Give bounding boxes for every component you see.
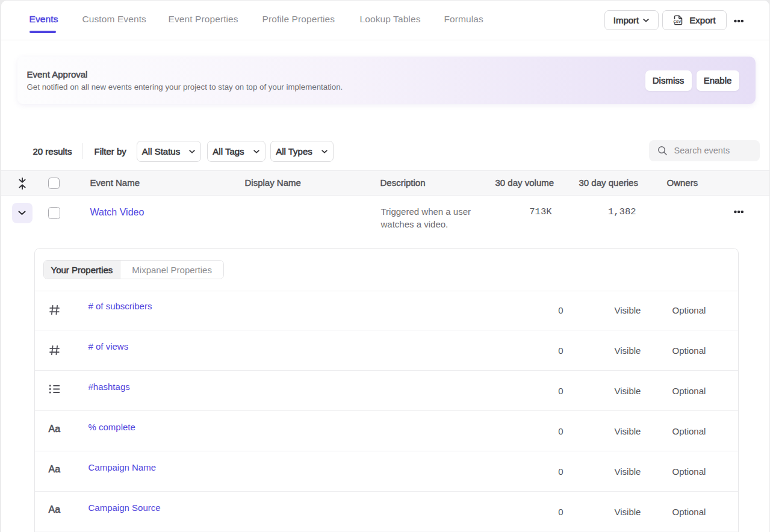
svg-text:CSV: CSV (674, 20, 681, 23)
